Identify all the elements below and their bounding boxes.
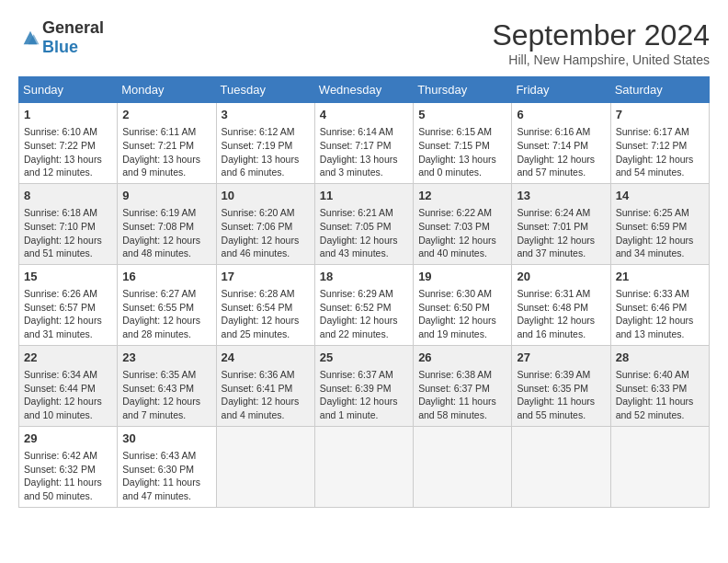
day-info: Sunrise: 6:12 AMSunset: 7:19 PMDaylight:…: [222, 125, 310, 179]
calendar-day-29: 29Sunrise: 6:42 AMSunset: 6:32 PMDayligh…: [19, 426, 118, 507]
day-number: 10: [222, 188, 310, 204]
day-info: Sunrise: 6:22 AMSunset: 7:03 PMDaylight:…: [418, 206, 506, 260]
calendar-day-19: 19Sunrise: 6:30 AMSunset: 6:50 PMDayligh…: [414, 264, 512, 345]
day-info: Sunrise: 6:31 AMSunset: 6:48 PMDaylight:…: [517, 287, 605, 341]
calendar-empty-cell: [414, 426, 512, 507]
day-number: 21: [616, 269, 704, 285]
day-number: 27: [517, 350, 605, 366]
calendar-week-row: 22Sunrise: 6:34 AMSunset: 6:44 PMDayligh…: [19, 345, 710, 426]
day-number: 9: [122, 188, 210, 204]
day-info: Sunrise: 6:30 AMSunset: 6:50 PMDaylight:…: [418, 287, 506, 341]
calendar-empty-cell: [216, 426, 314, 507]
day-info: Sunrise: 6:21 AMSunset: 7:05 PMDaylight:…: [320, 206, 408, 260]
day-number: 13: [517, 188, 605, 204]
day-number: 3: [222, 107, 310, 123]
day-number: 16: [122, 269, 210, 285]
calendar-day-9: 9Sunrise: 6:19 AMSunset: 7:08 PMDaylight…: [118, 183, 216, 264]
calendar-day-24: 24Sunrise: 6:36 AMSunset: 6:41 PMDayligh…: [216, 345, 314, 426]
logo-icon: [20, 28, 40, 48]
day-number: 19: [418, 269, 506, 285]
calendar-day-18: 18Sunrise: 6:29 AMSunset: 6:52 PMDayligh…: [314, 264, 413, 345]
day-info: Sunrise: 6:27 AMSunset: 6:55 PMDaylight:…: [122, 287, 210, 341]
calendar-day-16: 16Sunrise: 6:27 AMSunset: 6:55 PMDayligh…: [118, 264, 216, 345]
day-info: Sunrise: 6:29 AMSunset: 6:52 PMDaylight:…: [320, 287, 408, 341]
calendar-day-4: 4Sunrise: 6:14 AMSunset: 7:17 PMDaylight…: [314, 103, 413, 184]
calendar-header-friday: Friday: [512, 77, 610, 103]
calendar-day-1: 1Sunrise: 6:10 AMSunset: 7:22 PMDaylight…: [19, 103, 118, 184]
day-number: 1: [24, 107, 112, 123]
calendar-day-22: 22Sunrise: 6:34 AMSunset: 6:44 PMDayligh…: [19, 345, 118, 426]
day-info: Sunrise: 6:40 AMSunset: 6:33 PMDaylight:…: [616, 368, 704, 422]
calendar-header-row: SundayMondayTuesdayWednesdayThursdayFrid…: [19, 77, 710, 103]
day-info: Sunrise: 6:43 AMSunset: 6:30 PMDaylight:…: [122, 449, 210, 503]
day-number: 17: [222, 269, 310, 285]
calendar-day-25: 25Sunrise: 6:37 AMSunset: 6:39 PMDayligh…: [314, 345, 413, 426]
calendar-day-2: 2Sunrise: 6:11 AMSunset: 7:21 PMDaylight…: [118, 103, 216, 184]
day-number: 22: [24, 350, 112, 366]
day-number: 25: [320, 350, 408, 366]
calendar-empty-cell: [314, 426, 413, 507]
location-title: Hill, New Hampshire, United States: [492, 52, 710, 67]
calendar-day-3: 3Sunrise: 6:12 AMSunset: 7:19 PMDaylight…: [216, 103, 314, 184]
day-info: Sunrise: 6:18 AMSunset: 7:10 PMDaylight:…: [24, 206, 112, 260]
day-number: 11: [320, 188, 408, 204]
day-info: Sunrise: 6:26 AMSunset: 6:57 PMDaylight:…: [24, 287, 112, 341]
calendar-empty-cell: [512, 426, 610, 507]
day-info: Sunrise: 6:33 AMSunset: 6:46 PMDaylight:…: [616, 287, 704, 341]
day-info: Sunrise: 6:39 AMSunset: 6:35 PMDaylight:…: [517, 368, 605, 422]
logo: General Blue: [18, 18, 104, 57]
calendar-day-11: 11Sunrise: 6:21 AMSunset: 7:05 PMDayligh…: [314, 183, 413, 264]
calendar-day-10: 10Sunrise: 6:20 AMSunset: 7:06 PMDayligh…: [216, 183, 314, 264]
day-number: 23: [122, 350, 210, 366]
day-number: 2: [122, 107, 210, 123]
month-title: September 2024: [492, 18, 710, 52]
day-number: 7: [616, 107, 704, 123]
day-info: Sunrise: 6:20 AMSunset: 7:06 PMDaylight:…: [222, 206, 310, 260]
day-number: 18: [320, 269, 408, 285]
day-number: 12: [418, 188, 506, 204]
day-number: 6: [517, 107, 605, 123]
day-number: 8: [24, 188, 112, 204]
calendar-day-28: 28Sunrise: 6:40 AMSunset: 6:33 PMDayligh…: [610, 345, 709, 426]
calendar-header-monday: Monday: [118, 77, 216, 103]
calendar-day-8: 8Sunrise: 6:18 AMSunset: 7:10 PMDaylight…: [19, 183, 118, 264]
day-info: Sunrise: 6:25 AMSunset: 6:59 PMDaylight:…: [616, 206, 704, 260]
day-info: Sunrise: 6:28 AMSunset: 6:54 PMDaylight:…: [222, 287, 310, 341]
day-info: Sunrise: 6:36 AMSunset: 6:41 PMDaylight:…: [222, 368, 310, 422]
day-number: 5: [418, 107, 506, 123]
calendar-day-13: 13Sunrise: 6:24 AMSunset: 7:01 PMDayligh…: [512, 183, 610, 264]
logo-blue-text: Blue: [42, 38, 78, 56]
day-number: 26: [418, 350, 506, 366]
calendar-day-14: 14Sunrise: 6:25 AMSunset: 6:59 PMDayligh…: [610, 183, 709, 264]
calendar-header-tuesday: Tuesday: [216, 77, 314, 103]
day-info: Sunrise: 6:35 AMSunset: 6:43 PMDaylight:…: [122, 368, 210, 422]
calendar-empty-cell: [610, 426, 709, 507]
calendar-day-27: 27Sunrise: 6:39 AMSunset: 6:35 PMDayligh…: [512, 345, 610, 426]
day-info: Sunrise: 6:24 AMSunset: 7:01 PMDaylight:…: [517, 206, 605, 260]
day-number: 20: [517, 269, 605, 285]
calendar-day-20: 20Sunrise: 6:31 AMSunset: 6:48 PMDayligh…: [512, 264, 610, 345]
calendar-table: SundayMondayTuesdayWednesdayThursdayFrid…: [18, 76, 710, 508]
day-info: Sunrise: 6:37 AMSunset: 6:39 PMDaylight:…: [320, 368, 408, 422]
day-number: 24: [222, 350, 310, 366]
calendar-header-thursday: Thursday: [414, 77, 512, 103]
calendar-header-wednesday: Wednesday: [314, 77, 413, 103]
calendar-header-sunday: Sunday: [19, 77, 118, 103]
title-area: September 2024 Hill, New Hampshire, Unit…: [492, 18, 710, 67]
day-info: Sunrise: 6:16 AMSunset: 7:14 PMDaylight:…: [517, 125, 605, 179]
day-info: Sunrise: 6:17 AMSunset: 7:12 PMDaylight:…: [616, 125, 704, 179]
calendar-day-21: 21Sunrise: 6:33 AMSunset: 6:46 PMDayligh…: [610, 264, 709, 345]
day-info: Sunrise: 6:42 AMSunset: 6:32 PMDaylight:…: [24, 449, 112, 503]
day-number: 29: [24, 431, 112, 447]
calendar-day-23: 23Sunrise: 6:35 AMSunset: 6:43 PMDayligh…: [118, 345, 216, 426]
day-number: 4: [320, 107, 408, 123]
calendar-week-row: 15Sunrise: 6:26 AMSunset: 6:57 PMDayligh…: [19, 264, 710, 345]
day-number: 28: [616, 350, 704, 366]
day-number: 14: [616, 188, 704, 204]
day-info: Sunrise: 6:11 AMSunset: 7:21 PMDaylight:…: [122, 125, 210, 179]
calendar-day-12: 12Sunrise: 6:22 AMSunset: 7:03 PMDayligh…: [414, 183, 512, 264]
day-info: Sunrise: 6:10 AMSunset: 7:22 PMDaylight:…: [24, 125, 112, 179]
calendar-day-6: 6Sunrise: 6:16 AMSunset: 7:14 PMDaylight…: [512, 103, 610, 184]
calendar-header-saturday: Saturday: [610, 77, 709, 103]
calendar-week-row: 1Sunrise: 6:10 AMSunset: 7:22 PMDaylight…: [19, 103, 710, 184]
